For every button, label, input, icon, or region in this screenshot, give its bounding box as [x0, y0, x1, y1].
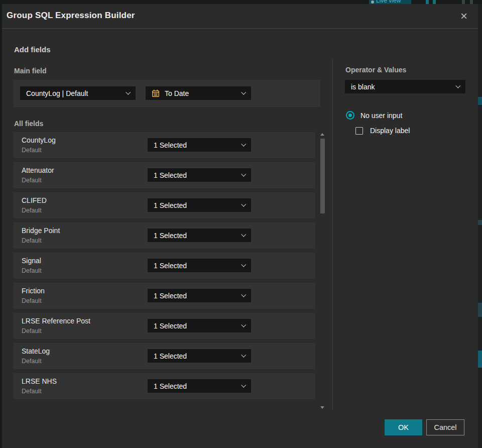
chevron-down-icon	[241, 232, 246, 237]
main-field-type-value: To Date	[165, 89, 189, 97]
toolbar-fragment-icon	[426, 0, 429, 4]
background-fragment	[478, 351, 482, 368]
chevron-down-icon	[241, 90, 246, 95]
main-field-type-select[interactable]: To Date	[146, 86, 251, 100]
dialog-title: Group SQL Expression Builder	[7, 11, 135, 21]
scrollbar[interactable]	[320, 132, 325, 410]
main-field-panel: CountyLog | Default To Date	[14, 80, 320, 107]
chevron-down-icon	[241, 292, 246, 297]
chevron-down-icon	[241, 202, 246, 207]
field-selection-dropdown[interactable]: 1 Selected	[148, 349, 251, 363]
close-icon[interactable]: ×	[456, 8, 472, 24]
field-row: Signal Default 1 Selected	[14, 253, 315, 279]
field-selection-value: 1 Selected	[154, 171, 187, 179]
chevron-down-icon	[241, 142, 246, 147]
no-user-input-label: No user input	[360, 111, 402, 120]
field-row: LRSE Reference Post Default 1 Selected	[14, 313, 315, 339]
background-app-right-strip	[478, 4, 482, 448]
field-name: Attenuator	[22, 166, 54, 174]
chevron-down-icon	[241, 383, 246, 388]
field-selection-dropdown[interactable]: 1 Selected	[148, 229, 251, 242]
toolbar-fragment-icon	[462, 0, 465, 4]
field-row: Friction Default 1 Selected	[14, 283, 315, 309]
field-row: StateLog Default 1 Selected	[14, 343, 315, 369]
cancel-button[interactable]: Cancel	[426, 419, 464, 435]
field-selection-value: 1 Selected	[154, 141, 187, 149]
calendar-icon	[152, 89, 160, 97]
field-selection-value: 1 Selected	[154, 201, 187, 209]
field-row: Attenuator Default 1 Selected	[14, 162, 315, 188]
field-sublabel: Default	[22, 358, 42, 365]
scroll-down-arrow-icon[interactable]	[320, 406, 324, 409]
field-row: LRSE NHS Default 1 Selected	[14, 373, 315, 399]
radio-selected-icon	[346, 111, 354, 120]
field-selection-value: 1 Selected	[154, 262, 187, 270]
field-sublabel: Default	[22, 177, 42, 184]
field-selection-dropdown[interactable]: 1 Selected	[148, 379, 251, 393]
chevron-down-icon	[455, 83, 460, 88]
field-selection-dropdown[interactable]: 1 Selected	[148, 198, 251, 212]
field-selection-value: 1 Selected	[154, 352, 187, 360]
field-name: Bridge Point	[22, 227, 60, 235]
add-fields-heading: Add fields	[14, 45, 51, 54]
background-fragment	[478, 303, 482, 317]
background-fragment	[478, 97, 482, 105]
toolbar-fragment-icon	[433, 0, 436, 4]
live-view-button[interactable]: Live view	[369, 0, 411, 4]
field-name: LRSE Reference Post	[22, 317, 90, 325]
chevron-down-icon	[241, 353, 246, 358]
background-app-top-strip: Live view	[0, 0, 482, 4]
field-selection-dropdown[interactable]: 1 Selected	[148, 138, 251, 152]
display-label-checkbox[interactable]: Display label	[355, 127, 410, 135]
checkbox-unchecked-icon	[355, 127, 363, 135]
field-selection-dropdown[interactable]: 1 Selected	[148, 319, 251, 332]
dialog-titlebar: Group SQL Expression Builder ×	[2, 4, 478, 29]
field-sublabel: Default	[22, 207, 42, 214]
field-sublabel: Default	[22, 297, 42, 304]
field-sublabel: Default	[22, 388, 42, 395]
chevron-down-icon	[126, 90, 131, 95]
scrollbar-thumb[interactable]	[320, 139, 325, 213]
field-selection-value: 1 Selected	[154, 322, 187, 330]
operator-select-value: is blank	[351, 83, 375, 91]
field-selection-value: 1 Selected	[154, 382, 187, 390]
field-selection-value: 1 Selected	[154, 292, 187, 300]
field-name: StateLog	[22, 347, 50, 355]
field-name: Signal	[22, 257, 41, 265]
field-name: CountyLog	[22, 136, 56, 144]
field-sublabel: Default	[22, 267, 42, 274]
field-row: CountyLog Default 1 Selected	[14, 132, 315, 158]
field-selection-dropdown[interactable]: 1 Selected	[148, 289, 251, 302]
no-user-input-radio[interactable]: No user input	[346, 111, 402, 120]
background-fragment	[478, 220, 482, 225]
main-field-select[interactable]: CountyLog | Default	[20, 86, 136, 100]
main-field-select-value: CountyLog | Default	[26, 89, 88, 97]
field-sublabel: Default	[22, 147, 42, 154]
chevron-down-icon	[241, 322, 246, 327]
display-label-label: Display label	[370, 127, 410, 135]
field-name: CLIFED	[22, 196, 47, 204]
toolbar-fragment-icon	[470, 0, 473, 4]
field-name: LRSE NHS	[22, 377, 57, 385]
scroll-up-arrow-icon[interactable]	[320, 133, 324, 136]
field-row: Bridge Point Default 1 Selected	[14, 222, 315, 249]
field-row: CLIFED Default 1 Selected	[14, 192, 315, 218]
field-selection-value: 1 Selected	[154, 232, 187, 240]
operator-select[interactable]: is blank	[345, 80, 465, 93]
field-sublabel: Default	[22, 327, 42, 334]
operator-values-heading: Operator & Values	[345, 66, 406, 74]
live-dot-icon	[371, 1, 374, 4]
live-view-label: Live view	[376, 0, 401, 4]
all-fields-heading: All fields	[14, 120, 43, 128]
group-sql-expression-builder-dialog: Group SQL Expression Builder × Add field…	[2, 4, 478, 448]
field-selection-dropdown[interactable]: 1 Selected	[148, 259, 251, 272]
chevron-down-icon	[241, 262, 246, 267]
vertical-divider	[332, 59, 333, 410]
main-field-heading: Main field	[14, 67, 47, 75]
field-sublabel: Default	[22, 237, 42, 244]
ok-button[interactable]: OK	[385, 419, 422, 435]
field-name: Friction	[22, 287, 45, 295]
screen: Live view Group SQL Expression Builder ×…	[0, 0, 482, 448]
field-selection-dropdown[interactable]: 1 Selected	[148, 168, 251, 182]
chevron-down-icon	[241, 172, 246, 177]
